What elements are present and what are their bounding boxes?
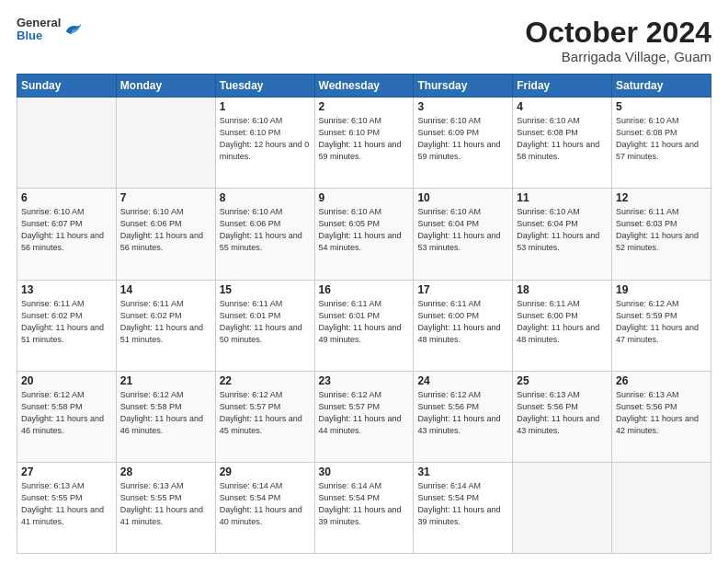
day-number: 24 [417, 374, 508, 387]
month-title: October 2024 [525, 17, 711, 49]
title-area: October 2024 Barrigada Village, Guam [525, 17, 711, 64]
col-monday: Monday [116, 75, 215, 98]
cell-info: Sunrise: 6:10 AM Sunset: 6:04 PM Dayligh… [417, 206, 508, 254]
cell-info: Sunrise: 6:11 AM Sunset: 6:00 PM Dayligh… [417, 298, 508, 346]
cell-info: Sunrise: 6:13 AM Sunset: 5:55 PM Dayligh… [21, 480, 112, 528]
cell-info: Sunrise: 6:10 AM Sunset: 6:06 PM Dayligh… [220, 206, 311, 254]
table-row: 31Sunrise: 6:14 AM Sunset: 5:54 PM Dayli… [414, 462, 513, 553]
table-row: 25Sunrise: 6:13 AM Sunset: 5:56 PM Dayli… [513, 371, 612, 462]
day-number: 10 [417, 191, 508, 204]
day-number: 9 [319, 191, 410, 204]
day-number: 21 [120, 374, 211, 387]
day-number: 19 [616, 283, 707, 296]
day-number: 18 [517, 283, 608, 296]
cell-info: Sunrise: 6:10 AM Sunset: 6:08 PM Dayligh… [517, 115, 608, 163]
calendar-week-row: 6Sunrise: 6:10 AM Sunset: 6:07 PM Daylig… [17, 189, 711, 280]
day-number: 23 [319, 374, 410, 387]
col-friday: Friday [513, 75, 612, 98]
cell-info: Sunrise: 6:13 AM Sunset: 5:56 PM Dayligh… [517, 389, 608, 437]
calendar-week-row: 27Sunrise: 6:13 AM Sunset: 5:55 PM Dayli… [17, 462, 711, 553]
cell-info: Sunrise: 6:12 AM Sunset: 5:57 PM Dayligh… [220, 389, 311, 437]
table-row: 13Sunrise: 6:11 AM Sunset: 6:02 PM Dayli… [17, 280, 117, 371]
day-number: 7 [120, 191, 211, 204]
day-number: 5 [616, 100, 707, 113]
cell-info: Sunrise: 6:10 AM Sunset: 6:04 PM Dayligh… [517, 206, 608, 254]
table-row: 11Sunrise: 6:10 AM Sunset: 6:04 PM Dayli… [513, 189, 612, 280]
calendar-week-row: 20Sunrise: 6:12 AM Sunset: 5:58 PM Dayli… [17, 371, 711, 462]
day-number: 2 [319, 100, 410, 113]
calendar: Sunday Monday Tuesday Wednesday Thursday… [17, 74, 711, 554]
cell-info: Sunrise: 6:12 AM Sunset: 5:57 PM Dayligh… [319, 389, 410, 437]
day-number: 20 [21, 374, 112, 387]
cell-info: Sunrise: 6:10 AM Sunset: 6:08 PM Dayligh… [616, 115, 707, 163]
table-row: 26Sunrise: 6:13 AM Sunset: 5:56 PM Dayli… [612, 371, 711, 462]
day-number: 29 [220, 465, 311, 478]
table-row: 3Sunrise: 6:10 AM Sunset: 6:09 PM Daylig… [414, 98, 513, 189]
table-row [612, 462, 711, 553]
day-number: 14 [120, 283, 211, 296]
table-row: 27Sunrise: 6:13 AM Sunset: 5:55 PM Dayli… [17, 462, 117, 553]
calendar-header-row: Sunday Monday Tuesday Wednesday Thursday… [17, 75, 711, 98]
calendar-week-row: 1Sunrise: 6:10 AM Sunset: 6:10 PM Daylig… [17, 98, 711, 189]
table-row: 30Sunrise: 6:14 AM Sunset: 5:54 PM Dayli… [314, 462, 414, 553]
location: Barrigada Village, Guam [525, 49, 711, 64]
col-thursday: Thursday [414, 75, 513, 98]
cell-info: Sunrise: 6:12 AM Sunset: 5:58 PM Dayligh… [21, 389, 112, 437]
cell-info: Sunrise: 6:10 AM Sunset: 6:07 PM Dayligh… [21, 206, 112, 254]
day-number: 30 [319, 465, 410, 478]
day-number: 13 [21, 283, 112, 296]
table-row: 14Sunrise: 6:11 AM Sunset: 6:02 PM Dayli… [116, 280, 215, 371]
cell-info: Sunrise: 6:11 AM Sunset: 6:03 PM Dayligh… [616, 206, 707, 254]
cell-info: Sunrise: 6:12 AM Sunset: 5:59 PM Dayligh… [616, 298, 707, 346]
cell-info: Sunrise: 6:10 AM Sunset: 6:06 PM Dayligh… [120, 206, 211, 254]
day-number: 8 [220, 191, 311, 204]
col-tuesday: Tuesday [215, 75, 314, 98]
cell-info: Sunrise: 6:11 AM Sunset: 6:01 PM Dayligh… [220, 298, 311, 346]
table-row: 6Sunrise: 6:10 AM Sunset: 6:07 PM Daylig… [17, 189, 117, 280]
table-row: 8Sunrise: 6:10 AM Sunset: 6:06 PM Daylig… [215, 189, 314, 280]
table-row: 24Sunrise: 6:12 AM Sunset: 5:56 PM Dayli… [414, 371, 513, 462]
day-number: 1 [220, 100, 311, 113]
table-row: 15Sunrise: 6:11 AM Sunset: 6:01 PM Dayli… [215, 280, 314, 371]
table-row: 17Sunrise: 6:11 AM Sunset: 6:00 PM Dayli… [414, 280, 513, 371]
day-number: 6 [21, 191, 112, 204]
table-row [17, 98, 117, 189]
day-number: 22 [220, 374, 311, 387]
cell-info: Sunrise: 6:12 AM Sunset: 5:58 PM Dayligh… [120, 389, 211, 437]
col-sunday: Sunday [17, 75, 117, 98]
logo: General Blue [17, 17, 83, 43]
col-saturday: Saturday [612, 75, 711, 98]
day-number: 12 [616, 191, 707, 204]
day-number: 17 [417, 283, 508, 296]
day-number: 31 [417, 465, 508, 478]
table-row: 7Sunrise: 6:10 AM Sunset: 6:06 PM Daylig… [116, 189, 215, 280]
cell-info: Sunrise: 6:10 AM Sunset: 6:09 PM Dayligh… [417, 115, 508, 163]
table-row: 28Sunrise: 6:13 AM Sunset: 5:55 PM Dayli… [116, 462, 215, 553]
table-row: 5Sunrise: 6:10 AM Sunset: 6:08 PM Daylig… [612, 98, 711, 189]
day-number: 15 [220, 283, 311, 296]
table-row: 21Sunrise: 6:12 AM Sunset: 5:58 PM Dayli… [116, 371, 215, 462]
table-row: 19Sunrise: 6:12 AM Sunset: 5:59 PM Dayli… [612, 280, 711, 371]
day-number: 16 [319, 283, 410, 296]
table-row: 22Sunrise: 6:12 AM Sunset: 5:57 PM Dayli… [215, 371, 314, 462]
logo-blue: Blue [17, 29, 61, 42]
cell-info: Sunrise: 6:10 AM Sunset: 6:10 PM Dayligh… [220, 115, 311, 163]
cell-info: Sunrise: 6:11 AM Sunset: 6:02 PM Dayligh… [21, 298, 112, 346]
cell-info: Sunrise: 6:11 AM Sunset: 6:00 PM Dayligh… [517, 298, 608, 346]
day-number: 28 [120, 465, 211, 478]
day-number: 4 [517, 100, 608, 113]
logo-bird-icon [63, 19, 83, 40]
table-row: 20Sunrise: 6:12 AM Sunset: 5:58 PM Dayli… [17, 371, 117, 462]
cell-info: Sunrise: 6:13 AM Sunset: 5:55 PM Dayligh… [120, 480, 211, 528]
table-row: 29Sunrise: 6:14 AM Sunset: 5:54 PM Dayli… [215, 462, 314, 553]
cell-info: Sunrise: 6:14 AM Sunset: 5:54 PM Dayligh… [417, 480, 508, 528]
cell-info: Sunrise: 6:10 AM Sunset: 6:10 PM Dayligh… [319, 115, 410, 163]
table-row [116, 98, 215, 189]
table-row: 18Sunrise: 6:11 AM Sunset: 6:00 PM Dayli… [513, 280, 612, 371]
cell-info: Sunrise: 6:12 AM Sunset: 5:56 PM Dayligh… [417, 389, 508, 437]
logo-text: General Blue [17, 17, 61, 43]
day-number: 11 [517, 191, 608, 204]
table-row: 10Sunrise: 6:10 AM Sunset: 6:04 PM Dayli… [414, 189, 513, 280]
table-row [513, 462, 612, 553]
header: General Blue October 2024 Barrigada Vill… [17, 17, 711, 64]
